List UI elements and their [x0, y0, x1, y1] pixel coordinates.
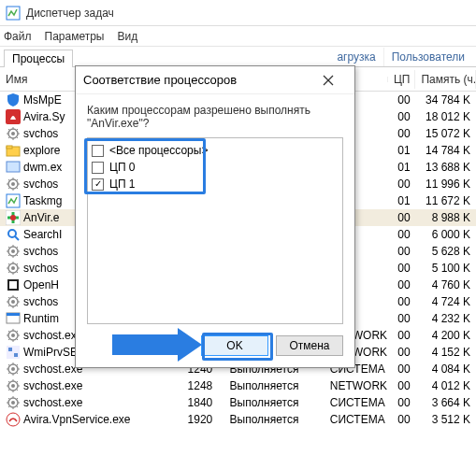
affinity-dialog: Соответствие процессоров Каким процессор…: [75, 65, 355, 368]
avira-vpn-icon: [6, 412, 21, 427]
process-cpu: 00: [388, 93, 415, 107]
menubar: Файл Параметры Вид: [0, 26, 476, 47]
process-name: svchos: [23, 245, 58, 258]
table-row[interactable]: svchost.exe1840ВыполняетсяСИСТЕМА003 664…: [0, 394, 476, 411]
col-mem[interactable]: Память (ч...: [415, 70, 476, 89]
tab-processes[interactable]: Процессы: [4, 50, 73, 67]
svg-point-17: [11, 266, 15, 270]
taskmgr-icon: [6, 6, 21, 21]
checkbox-icon: [92, 162, 104, 174]
gear-icon: [6, 378, 21, 393]
process-status: Выполняется: [224, 413, 325, 426]
process-status: Выполняется: [224, 396, 325, 409]
col-users[interactable]: Пользователи: [384, 48, 472, 66]
svg-rect-27: [8, 348, 12, 351]
check-cpu0-label: ЦП 0: [109, 161, 136, 174]
tab-strip: Процессы агрузка Пользователи: [0, 47, 476, 67]
titlebar: Диспетчер задач: [0, 0, 476, 26]
process-mem: 15 072 K: [416, 127, 476, 140]
table-row[interactable]: svchost.exe1248ВыполняетсяNETWORK…004 01…: [0, 377, 476, 394]
avira-icon: [6, 109, 21, 124]
process-name: dwm.ex: [23, 161, 62, 174]
check-cpu-1[interactable]: ✓ ЦП 1: [92, 176, 339, 192]
process-name: OpenH: [23, 278, 59, 291]
process-cpu: 00: [388, 362, 415, 376]
cancel-button[interactable]: Отмена: [276, 335, 343, 356]
process-cpu: 00: [388, 396, 415, 409]
process-mem: 4 200 K: [416, 329, 476, 342]
gear-icon: [6, 126, 21, 141]
process-name: Runtim: [23, 312, 59, 325]
process-mem: 4 012 K: [416, 379, 476, 392]
process-pid: 1920: [182, 413, 224, 426]
process-name: svchos: [23, 295, 58, 308]
check-all-cpus[interactable]: <Все процессоры>: [92, 142, 339, 159]
process-mem: 11 672 K: [416, 194, 476, 207]
gear-icon: [6, 244, 21, 259]
process-pid: 1840: [182, 396, 224, 409]
menu-view[interactable]: Вид: [117, 30, 137, 43]
svg-point-34: [11, 401, 15, 405]
svg-point-35: [7, 413, 20, 426]
process-cpu: 00: [388, 110, 415, 123]
check-all-label: <Все процессоры>: [109, 144, 208, 157]
process-name: svchost.exe: [23, 379, 82, 392]
svg-point-3: [11, 132, 15, 135]
anvir-icon: [6, 210, 21, 225]
dialog-close-button[interactable]: [310, 67, 347, 93]
process-mem: 11 996 K: [416, 178, 476, 191]
menu-file[interactable]: Файл: [4, 30, 32, 43]
svg-point-8: [11, 182, 15, 186]
svg-rect-23: [7, 313, 20, 316]
process-user: СИСТЕМА: [325, 396, 388, 409]
shield-blue-icon: [6, 92, 21, 107]
checkbox-checked-icon: ✓: [92, 178, 104, 191]
process-mem: 5 628 K: [416, 245, 476, 258]
process-user: СИСТЕМА: [325, 413, 388, 426]
close-icon: [323, 75, 334, 86]
process-cpu: 00: [388, 127, 415, 140]
table-row[interactable]: Avira.VpnService.exe1920ВыполняетсяСИСТЕ…: [0, 411, 476, 428]
process-mem: 3 512 K: [416, 413, 476, 426]
annotation-arrow: [112, 334, 178, 355]
check-cpu1-label: ЦП 1: [109, 178, 136, 191]
check-cpu-0[interactable]: ЦП 0: [92, 159, 339, 176]
col-loading-partial[interactable]: агрузка: [329, 48, 383, 66]
ok-button[interactable]: OK: [201, 335, 268, 356]
process-name: svchost.exe: [23, 396, 82, 409]
process-name: MsMpE: [23, 93, 62, 107]
process-name: explore: [23, 144, 60, 157]
process-cpu: 01: [388, 194, 415, 207]
process-mem: 13 688 K: [416, 161, 476, 174]
process-cpu: 00: [388, 413, 415, 426]
svg-rect-28: [14, 353, 18, 357]
process-cpu: 00: [388, 245, 415, 258]
process-pid: 1248: [182, 379, 224, 392]
cpu-listbox[interactable]: <Все процессоры> ЦП 0 ✓ ЦП 1: [87, 137, 343, 324]
wmi-icon: [6, 345, 21, 360]
menu-params[interactable]: Параметры: [45, 30, 105, 43]
gear-icon: [6, 328, 21, 343]
svg-rect-19: [9, 281, 17, 289]
col-cpu[interactable]: ЦП: [388, 70, 416, 89]
svg-line-13: [15, 236, 19, 240]
process-cpu: 01: [388, 144, 415, 157]
svg-rect-6: [7, 162, 20, 172]
gear-icon: [6, 362, 21, 377]
process-user: NETWORK…: [325, 379, 388, 392]
process-mem: 14 784 K: [416, 144, 476, 157]
dwm-icon: [6, 160, 21, 175]
process-name: Avira.Sy: [23, 110, 65, 123]
gear-icon: [6, 294, 21, 309]
svg-point-25: [11, 334, 15, 337]
process-cpu: 00: [388, 211, 415, 224]
process-name: svchost.exe: [23, 329, 82, 342]
svg-point-30: [11, 367, 15, 371]
process-status: Выполняется: [224, 379, 325, 392]
process-mem: 18 012 K: [416, 110, 476, 123]
process-cpu: 00: [388, 262, 415, 275]
process-cpu: 00: [388, 312, 415, 325]
runtime-icon: [6, 311, 21, 326]
process-cpu: 01: [388, 161, 415, 174]
process-mem: 8 988 K: [416, 211, 476, 224]
